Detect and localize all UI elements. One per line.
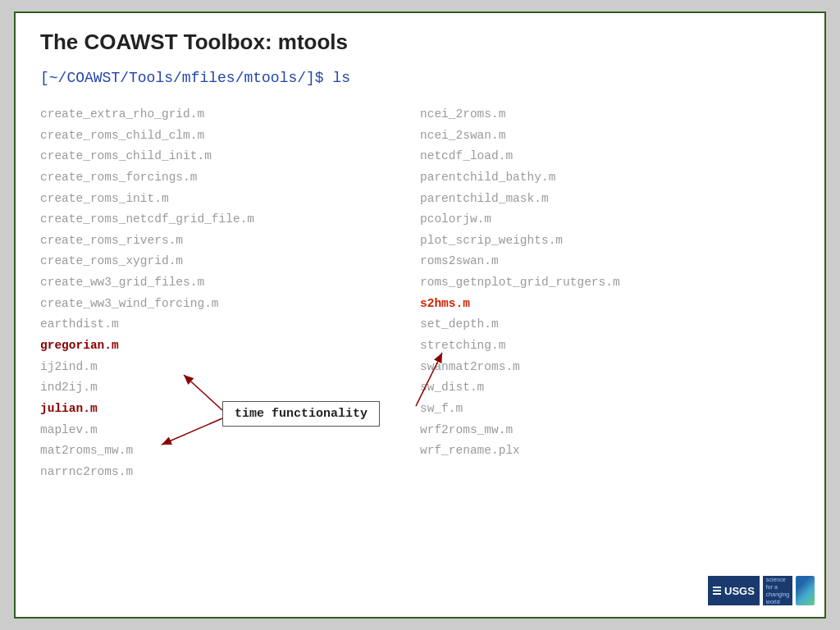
annotation-label: time functionality xyxy=(235,407,368,421)
file-list-container: create_extra_rho_grid.mcreate_roms_child… xyxy=(40,104,800,482)
file-item: create_roms_rivers.m xyxy=(40,231,420,251)
file-item: roms2swan.m xyxy=(420,251,800,272)
file-item: roms_getnplot_grid_rutgers.m xyxy=(420,272,800,293)
usgs-map-image xyxy=(796,576,815,605)
file-item: create_roms_init.m xyxy=(40,189,420,209)
usgs-line xyxy=(713,587,721,588)
slide: The COAWST Toolbox: mtools [~/COAWST/Too… xyxy=(14,11,826,619)
file-item: ind2ij.m xyxy=(40,377,420,398)
file-item: set_depth.m xyxy=(420,314,800,335)
file-list-right: ncei_2roms.mncei_2swan.mnetcdf_load.mpar… xyxy=(420,104,800,482)
file-item: wrf2roms_mw.m xyxy=(420,420,800,441)
file-item: ij2ind.m xyxy=(40,357,420,377)
usgs-text: USGS xyxy=(724,585,755,597)
file-item: create_roms_xygrid.m xyxy=(40,251,420,272)
file-item: earthdist.m xyxy=(40,314,420,335)
annotation-box: time functionality xyxy=(222,401,380,427)
usgs-tagline: sciencefor a changingworld xyxy=(763,576,792,605)
file-item: create_roms_netcdf_grid_file.m xyxy=(40,209,420,230)
file-item: create_ww3_grid_files.m xyxy=(40,272,420,293)
file-item: create_extra_rho_grid.m xyxy=(40,104,420,125)
file-item: mat2roms_mw.m xyxy=(40,441,420,461)
file-item: parentchild_bathy.m xyxy=(420,167,800,188)
file-item: stretching.m xyxy=(420,336,800,356)
usgs-line xyxy=(713,593,721,595)
file-item: parentchild_mask.m xyxy=(420,189,800,209)
file-item: create_roms_child_clm.m xyxy=(40,126,420,146)
slide-title: The COAWST Toolbox: mtools xyxy=(40,30,800,55)
file-item: sw_dist.m xyxy=(420,377,800,398)
file-item: wrf_rename.plx xyxy=(420,441,800,461)
usgs-logo: USGS xyxy=(708,576,760,605)
file-item: plot_scrip_weights.m xyxy=(420,231,800,251)
usgs-line xyxy=(713,590,721,591)
file-item: sw_f.m xyxy=(420,399,800,419)
file-item: narrnc2roms.m xyxy=(40,462,420,482)
usgs-badge: USGS sciencefor a changingworld xyxy=(708,574,815,607)
file-item: pcolorjw.m xyxy=(420,209,800,230)
usgs-lines-icon xyxy=(713,587,721,595)
command-line: [~/COAWST/Tools/mfiles/mtools/]$ ls xyxy=(40,70,800,86)
file-item: create_roms_child_init.m xyxy=(40,146,420,167)
file-item: ncei_2swan.m xyxy=(420,126,800,146)
file-item: s2hms.m xyxy=(420,294,800,314)
file-item: ncei_2roms.m xyxy=(420,104,800,125)
file-item: swanmat2roms.m xyxy=(420,357,800,377)
file-item: create_roms_forcings.m xyxy=(40,167,420,188)
file-item: gregorian.m xyxy=(40,336,420,356)
file-item: netcdf_load.m xyxy=(420,146,800,167)
file-item: create_ww3_wind_forcing.m xyxy=(40,294,420,314)
